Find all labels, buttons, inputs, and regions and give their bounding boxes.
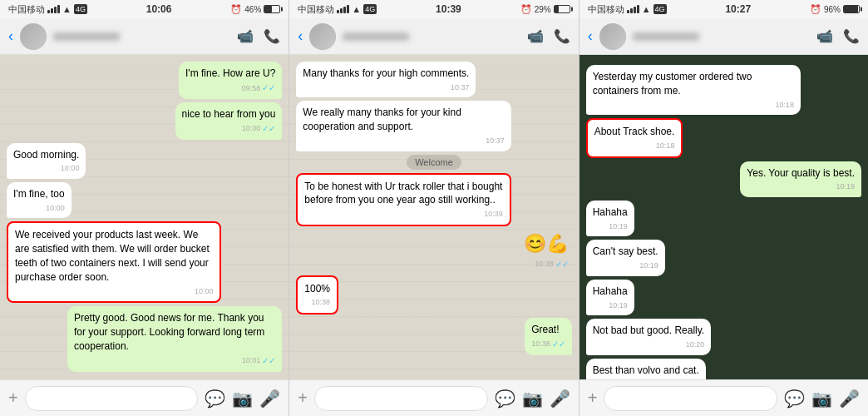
phone-call-icon[interactable]: 📞 (264, 28, 280, 44)
message-wrapper: We really many thanks for your kind coop… (296, 101, 571, 151)
bottom-bar: + 💬 📷 🎤 (0, 379, 289, 416)
back-button[interactable]: ‹ (588, 27, 593, 45)
signal-bars (337, 5, 349, 13)
time-text: 10:19 (609, 221, 628, 232)
status-right: ⏰ 29% (520, 4, 570, 15)
time-text: 10:00 (61, 163, 80, 174)
message-time: 10:19 (747, 181, 855, 192)
battery-icon (843, 5, 860, 13)
message-text: I'm fine, too (13, 188, 65, 200)
message-time: 10:37 (303, 82, 469, 93)
back-button[interactable]: ‹ (8, 27, 13, 45)
plus-button[interactable]: + (8, 389, 18, 408)
time-display: 10:39 (436, 3, 461, 15)
message-time: 10:19 (593, 221, 628, 232)
time-text: 10:18 (776, 100, 795, 111)
time-text: 10:39 (484, 209, 503, 220)
data-icon: 4G (363, 4, 377, 14)
time-text: 10:19 (609, 300, 628, 311)
message-input[interactable] (604, 386, 777, 411)
phone-call-icon[interactable]: 📞 (843, 28, 860, 44)
read-receipts: ✓✓ (555, 259, 569, 270)
message-wrapper: 100%10:38 (296, 275, 571, 314)
avatar (20, 23, 47, 50)
status-left: 中国移动 ▲ 4G (588, 3, 667, 16)
message-wrapper: Many thanks for your high comments.10:37 (296, 62, 571, 97)
battery-icon (554, 5, 570, 13)
camera-icon[interactable]: 📷 (232, 389, 253, 409)
data-icon: 4G (74, 4, 87, 14)
message-bubble-p3m4: Hahaha10:19 (586, 201, 634, 236)
speech-bubble-icon[interactable]: 💬 (784, 389, 805, 409)
message-bubble-p1m1: I'm fine. How are U?09:58✓✓ (179, 62, 282, 99)
message-time: 10:00 (13, 163, 79, 174)
signal-bars (47, 5, 60, 13)
phone-3: 中国移动 ▲ 4G 10:27 ⏰ 96% ‹ 📹 📞 Yesterday my… (579, 0, 868, 416)
message-text: We received your products last week. We … (15, 229, 210, 282)
camera-icon[interactable]: 📷 (522, 389, 543, 409)
message-text: Hahaha (593, 285, 628, 297)
carrier-text: 中国移动 (588, 3, 624, 16)
data-icon: 4G (653, 4, 667, 14)
chat-area: Many thanks for your high comments.10:37… (289, 55, 578, 379)
message-bubble-p1m2: nice to hear from you10:00✓✓ (175, 102, 283, 140)
time-text: 10:19 (639, 260, 658, 271)
avatar (309, 23, 336, 50)
message-wrapper: 😊💪10:38✓✓ (296, 230, 571, 272)
message-wrapper: Yes. Your quality is best.10:19 (586, 161, 861, 197)
time-display: 10:27 (725, 3, 751, 15)
message-time: 10:18 (594, 141, 675, 151)
phone-call-icon[interactable]: 📞 (554, 28, 570, 44)
message-time: 10:20 (593, 379, 699, 379)
contact-name (53, 32, 120, 41)
message-bubble-p2m1: Many thanks for your high comments.10:37 (296, 62, 476, 97)
message-wrapper: Pretty good. Good news for me. Thank you… (7, 306, 282, 371)
message-time: 10:18 (593, 100, 794, 111)
video-call-icon[interactable]: 📹 (237, 28, 254, 44)
message-time: 09:58✓✓ (185, 82, 275, 94)
message-wrapper: nice to hear from you10:00✓✓ (7, 102, 282, 140)
message-time: 10:00 (13, 203, 65, 214)
message-bubble-p2m6: Great!10:38✓✓ (525, 318, 572, 355)
message-input[interactable] (314, 386, 488, 411)
message-bubble-p1m4: I'm fine, too10:00 (7, 182, 72, 218)
bottom-bar: + 💬 📷 🎤 (289, 379, 578, 416)
back-button[interactable]: ‹ (298, 27, 303, 45)
time-text: 10:00 (242, 123, 261, 134)
camera-icon[interactable]: 📷 (811, 389, 832, 409)
time-text: 10:37 (451, 82, 470, 93)
message-time: 10:00 (15, 286, 213, 297)
message-time: 10:20 (593, 339, 705, 350)
mic-icon[interactable]: 🎤 (839, 389, 860, 409)
message-text: 😊💪 (524, 233, 569, 254)
wifi-icon: ▲ (352, 4, 361, 14)
phone-1: 中国移动 ▲ 4G 10:06 ⏰ 46% ‹ 📹 📞 I'm fine. Ho… (0, 0, 289, 416)
message-text: Great! (531, 324, 559, 335)
message-bubble-p2m5: 100%10:38 (296, 275, 338, 314)
video-call-icon[interactable]: 📹 (527, 28, 544, 44)
plus-button[interactable]: + (588, 389, 598, 408)
status-bar: 中国移动 ▲ 4G 10:39 ⏰ 29% (289, 0, 578, 18)
message-time: 10:39 (304, 209, 502, 220)
message-text: Pretty good. Good news for me. Thank you… (74, 312, 264, 352)
chat-area: Yesterday my customer ordered two contai… (579, 55, 868, 379)
message-wrapper: I'm fine, too10:00 (7, 182, 282, 218)
message-wrapper: Not bad but good. Really.10:20 (586, 319, 861, 354)
signal-bars (627, 5, 639, 13)
speech-bubble-icon[interactable]: 💬 (205, 389, 225, 409)
bottom-bar: + 💬 📷 🎤 (579, 379, 868, 416)
time-text: 10:37 (486, 136, 505, 146)
video-call-icon[interactable]: 📹 (816, 28, 833, 44)
message-wrapper: Hahaha10:19 (586, 201, 861, 236)
message-input[interactable] (25, 386, 199, 411)
mic-icon[interactable]: 🎤 (259, 389, 280, 409)
mic-icon[interactable]: 🎤 (550, 389, 570, 409)
carrier-text: 中国移动 (298, 3, 334, 16)
message-bubble-p3m3: Yes. Your quality is best.10:19 (740, 161, 861, 197)
message-bubble-p3m7: Not bad but good. Really.10:20 (586, 319, 712, 354)
plus-button[interactable]: + (298, 389, 308, 408)
time-text: 10:01 (242, 355, 261, 366)
time-text: 10:20 (680, 379, 699, 379)
contact-name (633, 32, 699, 41)
speech-bubble-icon[interactable]: 💬 (495, 389, 515, 409)
